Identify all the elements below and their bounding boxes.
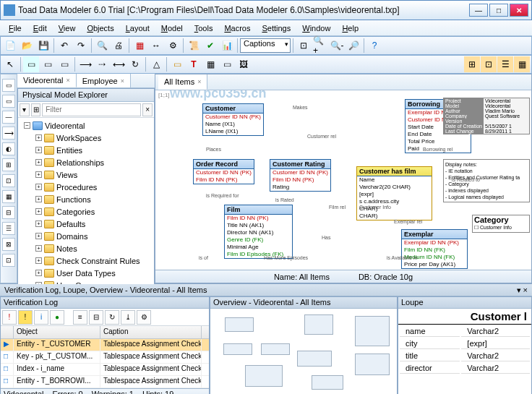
expand-icon[interactable]: − bbox=[24, 122, 30, 129]
filter-dropdown[interactable]: ▾ bbox=[20, 103, 30, 116]
expand-icon[interactable]: + bbox=[35, 270, 42, 276]
vtool-10[interactable]: ☰ bbox=[2, 222, 15, 235]
vtool-1[interactable]: ▭ bbox=[2, 79, 15, 92]
bottom-panel-close-icon[interactable]: ▾ × bbox=[517, 286, 528, 294]
expand-icon[interactable]: + bbox=[35, 233, 42, 239]
redo-button[interactable]: ↷ bbox=[73, 38, 89, 53]
inheritance-tool[interactable]: △ bbox=[148, 56, 164, 72]
verify-settings[interactable]: ⚙ bbox=[137, 310, 151, 325]
filter-clear[interactable]: × bbox=[142, 103, 153, 116]
expand-icon[interactable]: + bbox=[35, 196, 42, 202]
close-icon[interactable]: × bbox=[121, 77, 124, 85]
script-button[interactable]: 📜 bbox=[186, 38, 202, 53]
open-button[interactable]: 📂 bbox=[19, 38, 35, 53]
diagram-area[interactable]: [1;1] www.pc0359.cn CustomerCustomer ID … bbox=[155, 90, 531, 270]
tree-item-categories[interactable]: +Categories bbox=[20, 205, 153, 218]
close-icon[interactable]: × bbox=[66, 77, 69, 84]
doc-tab-employee[interactable]: Employee× bbox=[77, 74, 131, 87]
verify-warn-button[interactable]: ! bbox=[18, 310, 33, 325]
doc-tab-videorental[interactable]: Videorental× bbox=[17, 74, 77, 87]
zoom-out-button[interactable]: 🔍- bbox=[329, 38, 345, 53]
snap-toggle[interactable]: ⊡ bbox=[481, 56, 497, 72]
vtool-4[interactable]: ⟶ bbox=[2, 127, 15, 140]
overview-canvas[interactable] bbox=[210, 309, 397, 394]
close-button[interactable]: ✕ bbox=[510, 4, 528, 17]
layer-toggle[interactable]: ☰ bbox=[497, 56, 513, 72]
entity-customer_rating[interactable]: Customer RatingCustomer ID NN (PK)Film I… bbox=[270, 159, 331, 192]
filter-toggle[interactable]: ⊞ bbox=[31, 103, 41, 116]
entity-tool[interactable]: ▭ bbox=[23, 56, 39, 72]
find-button[interactable]: 🔍 bbox=[94, 38, 110, 53]
tree-item-workspaces[interactable]: +WorkSpaces bbox=[20, 132, 153, 144]
expand-icon[interactable]: + bbox=[35, 220, 42, 227]
menu-layout[interactable]: Layout bbox=[120, 22, 155, 34]
menu-view[interactable]: View bbox=[53, 22, 82, 34]
tree-item-domains[interactable]: +Domains bbox=[20, 230, 153, 242]
tree-item-defaults[interactable]: +Defaults bbox=[20, 218, 153, 230]
report-button[interactable]: 📊 bbox=[219, 38, 235, 53]
zoom-in-button[interactable]: 🔍+ bbox=[312, 38, 328, 53]
entity-customer_film[interactable]: Customer has filmNameVarchar2(20 CHAR)[e… bbox=[356, 166, 432, 220]
pointer-tool[interactable]: ↖ bbox=[2, 56, 18, 72]
rel-mn-tool[interactable]: ⟷ bbox=[111, 56, 126, 72]
entity-film[interactable]: FilmFilm ID NN (PK)Title NN (AK1)Directo… bbox=[224, 205, 293, 259]
print-button[interactable]: 🖨 bbox=[111, 38, 126, 53]
expand-icon[interactable]: + bbox=[35, 134, 42, 141]
entity-customer[interactable]: CustomerCustomer ID NN (PK)Name (IX1)LNa… bbox=[202, 103, 264, 136]
loupe-button[interactable]: 🔎 bbox=[346, 38, 361, 53]
generate-button[interactable]: ⚙ bbox=[165, 38, 181, 53]
minimize-button[interactable]: — bbox=[469, 4, 488, 17]
zoom-fit-button[interactable]: ⊡ bbox=[296, 38, 312, 53]
tree-item-procedures[interactable]: +Procedures bbox=[20, 181, 153, 193]
tree-item-views[interactable]: +Views bbox=[20, 168, 153, 181]
menu-help[interactable]: Help bbox=[336, 22, 364, 34]
tree-item-functions[interactable]: +Functions bbox=[20, 193, 153, 205]
tree-root[interactable]: Videorental bbox=[45, 121, 85, 130]
vtool-11[interactable]: ⊠ bbox=[2, 238, 15, 251]
expand-icon[interactable]: + bbox=[35, 208, 42, 215]
verify-ok-button[interactable]: ● bbox=[50, 310, 64, 325]
help-button[interactable]: ? bbox=[366, 38, 382, 53]
verify-nav-prev[interactable]: ⊟ bbox=[89, 310, 103, 325]
maximize-button[interactable]: □ bbox=[489, 4, 508, 17]
add-entity-button[interactable]: ▦ bbox=[132, 38, 147, 53]
expand-icon[interactable]: + bbox=[35, 245, 42, 252]
menu-macros[interactable]: Macros bbox=[218, 22, 256, 34]
verification-grid[interactable]: ObjectCaption▶Entity - T_CUSTOMERTablesp… bbox=[1, 326, 209, 388]
mat-view-tool[interactable]: ▭ bbox=[56, 56, 72, 72]
tree-item-relationships[interactable]: +Relationships bbox=[20, 156, 153, 168]
vtool-5[interactable]: ◐ bbox=[2, 142, 15, 155]
new-button[interactable]: 📄 bbox=[2, 38, 18, 53]
entity-exemplar[interactable]: ExemplarExemplar ID NN (PK)Film ID NN (F… bbox=[401, 229, 468, 269]
close-icon[interactable]: × bbox=[197, 78, 201, 85]
vtool-9[interactable]: ⊟ bbox=[2, 206, 15, 219]
verify-export[interactable]: ⤓ bbox=[121, 310, 135, 325]
image-tool[interactable]: 🖼 bbox=[236, 56, 252, 72]
tree-item-notes[interactable]: +Notes bbox=[20, 242, 153, 254]
undo-button[interactable]: ↶ bbox=[56, 38, 72, 53]
verification-row[interactable]: □Index - i_nameTablespace Assignment Che… bbox=[1, 364, 209, 376]
vtool-3[interactable]: — bbox=[2, 111, 15, 124]
view-tool[interactable]: ▭ bbox=[40, 56, 56, 72]
tree-item-check-constraint-rules[interactable]: +Check Constraint Rules bbox=[20, 254, 153, 267]
verify-button[interactable]: ✔ bbox=[202, 38, 218, 53]
menu-model[interactable]: Model bbox=[155, 22, 189, 34]
expand-icon[interactable]: + bbox=[35, 257, 42, 264]
menu-settings[interactable]: Settings bbox=[256, 22, 296, 34]
menu-window[interactable]: Window bbox=[296, 22, 336, 34]
workspace-toggle[interactable]: ▦ bbox=[514, 56, 530, 72]
entity-order_record[interactable]: Order RecordCustomer ID NN (PK)Film ID N… bbox=[193, 159, 254, 184]
menu-file[interactable]: File bbox=[3, 22, 27, 34]
vtool-8[interactable]: ▦ bbox=[2, 190, 15, 203]
tree-item-entities[interactable]: +Entities bbox=[20, 144, 153, 156]
verification-row[interactable]: ▶Entity - T_CUSTOMERTablespace Assignmen… bbox=[1, 339, 209, 351]
expand-icon[interactable]: + bbox=[35, 159, 42, 166]
tree-item-user-data-types[interactable]: +User Data Types bbox=[20, 267, 153, 279]
menu-edit[interactable]: Edit bbox=[27, 22, 53, 34]
vtool-12[interactable]: ⊡ bbox=[2, 254, 15, 267]
verify-run-button[interactable]: ! bbox=[2, 310, 17, 325]
category-tool[interactable]: ▭ bbox=[219, 56, 235, 72]
rel-ident-tool[interactable]: ⟶ bbox=[77, 56, 93, 72]
stamp-tool[interactable]: ▦ bbox=[202, 56, 218, 72]
canvas-tab-allitems[interactable]: All Items × bbox=[158, 74, 207, 90]
